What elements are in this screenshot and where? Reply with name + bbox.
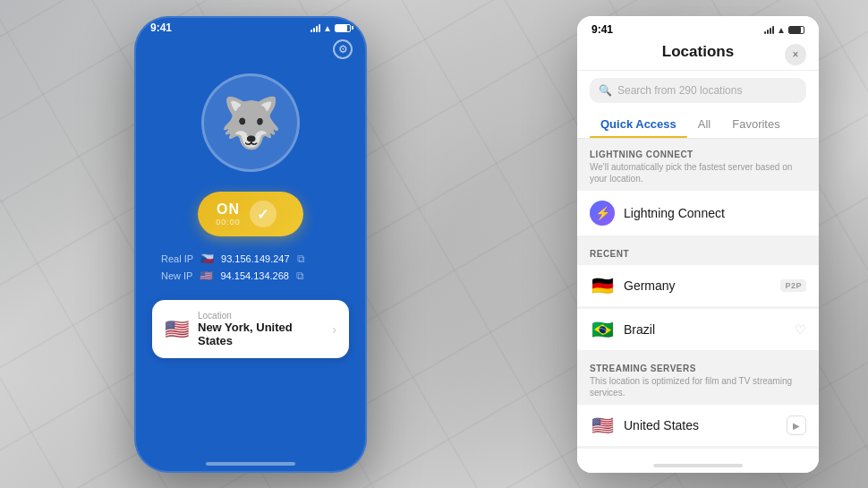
brazil-flag: 🇧🇷 bbox=[590, 319, 615, 340]
real-ip-label: Real IP bbox=[161, 253, 193, 264]
locations-panel: 9:41 ▲ Locations × 🔍 Search from 290 loc… bbox=[577, 16, 819, 473]
real-ip-row: Real IP 🇨🇿 93.156.149.247 ⧉ bbox=[161, 253, 305, 265]
location-name: New York, United States bbox=[198, 321, 323, 347]
search-icon: 🔍 bbox=[599, 84, 612, 97]
germany-flag: 🇩🇪 bbox=[590, 275, 615, 296]
panel-home-bar bbox=[577, 458, 819, 473]
tab-all[interactable]: All bbox=[687, 110, 721, 138]
panel-content[interactable]: LIGHTNING CONNECT We'll automatically pi… bbox=[577, 139, 819, 458]
new-ip-label: New IP bbox=[161, 270, 192, 281]
phone-status-icons: ▲ bbox=[311, 23, 351, 33]
home-bar-indicator bbox=[653, 464, 743, 467]
streaming-section-desc: This location is optimized for film and … bbox=[590, 375, 806, 398]
panel-time: 9:41 bbox=[591, 23, 613, 36]
checkmark-icon: ✓ bbox=[250, 201, 277, 227]
panel-wifi-icon: ▲ bbox=[777, 25, 786, 35]
p2p-badge: P2P bbox=[780, 279, 806, 292]
heart-icon[interactable]: ♡ bbox=[795, 322, 806, 337]
location-card[interactable]: 🇺🇸 Location New York, United States › bbox=[152, 300, 349, 358]
lightning-section-header: LIGHTNING CONNECT We'll automatically pi… bbox=[577, 139, 819, 188]
real-ip-value: 93.156.149.247 bbox=[221, 253, 289, 264]
on-label: ON bbox=[217, 201, 240, 218]
timer-display: 00:00 bbox=[216, 218, 241, 227]
us-streaming-badge: ▶ bbox=[787, 415, 806, 435]
wolf-mascot: 🐺 bbox=[220, 98, 282, 148]
us-name: United States bbox=[624, 418, 778, 432]
search-input-wrap[interactable]: 🔍 Search from 290 locations bbox=[590, 78, 806, 103]
location-flag: 🇺🇸 bbox=[165, 318, 189, 341]
close-button[interactable]: × bbox=[785, 44, 806, 65]
phone-status-bar: 9:41 ▲ bbox=[134, 16, 367, 34]
lightning-connect-name: Lightning Connect bbox=[624, 206, 806, 220]
panel-title: Locations bbox=[662, 43, 734, 61]
phone-header: ⚙ bbox=[134, 34, 367, 64]
lightning-icon: ⚡ bbox=[590, 201, 615, 226]
ip-info: Real IP 🇨🇿 93.156.149.247 ⧉ New IP 🇺🇸 94… bbox=[161, 253, 340, 282]
phone-time: 9:41 bbox=[150, 21, 172, 34]
brazil-item[interactable]: 🇧🇷 Brazil ♡ bbox=[577, 309, 819, 350]
wifi-icon: ▲ bbox=[323, 23, 332, 33]
copy-icon[interactable]: ⧉ bbox=[297, 253, 305, 265]
settings-icon[interactable]: ⚙ bbox=[333, 39, 353, 59]
panel-status-icons: ▲ bbox=[764, 25, 804, 35]
location-text: Location New York, United States bbox=[198, 311, 323, 347]
battery-icon bbox=[335, 24, 351, 32]
signal-icon bbox=[311, 24, 320, 32]
germany-item[interactable]: 🇩🇪 Germany P2P bbox=[577, 265, 819, 306]
chevron-right-icon: › bbox=[332, 322, 336, 337]
lightning-section-desc: We'll automatically pick the fastest ser… bbox=[590, 161, 806, 184]
panel-title-row: Locations × bbox=[577, 39, 819, 71]
germany-name: Germany bbox=[624, 278, 771, 293]
search-bar: 🔍 Search from 290 locations bbox=[577, 71, 819, 110]
new-ip-value: 94.154.134.268 bbox=[220, 270, 288, 281]
panel-battery-icon bbox=[788, 26, 804, 34]
phone-mockup: 9:41 ▲ ⚙ 🐺 ON 00:00 ✓ Real IP 🇨🇿 bbox=[134, 16, 367, 473]
new-ip-row: New IP 🇺🇸 94.154.134.268 ⧉ bbox=[161, 270, 304, 282]
panel-status-bar: 9:41 ▲ bbox=[577, 16, 819, 39]
tab-favorites[interactable]: Favorites bbox=[721, 110, 790, 138]
tab-quick-access[interactable]: Quick Access bbox=[590, 110, 687, 138]
us-item[interactable]: 🇺🇸 United States ▶ bbox=[577, 405, 819, 446]
lightning-connect-item[interactable]: ⚡ Lightning Connect bbox=[577, 191, 819, 235]
mascot-circle: 🐺 bbox=[201, 73, 300, 172]
phone-home-bar bbox=[206, 462, 295, 466]
recent-section-header: RECENT bbox=[577, 238, 819, 262]
streaming-section-header: STREAMING SERVERS This location is optim… bbox=[577, 353, 819, 402]
mascot-area: 🐺 bbox=[201, 73, 300, 172]
brazil-name: Brazil bbox=[624, 322, 786, 337]
streaming-section-title: STREAMING SERVERS bbox=[590, 364, 806, 373]
location-label: Location bbox=[198, 311, 323, 321]
search-placeholder-text: Search from 290 locations bbox=[617, 84, 742, 97]
panel-signal-icon bbox=[764, 26, 774, 34]
tabs-row: Quick Access All Favorites bbox=[577, 110, 819, 139]
on-button[interactable]: ON 00:00 ✓ bbox=[198, 192, 303, 236]
uk-item[interactable]: 🇬🇧 United Kingdom ▶ bbox=[577, 449, 819, 458]
lightning-section-title: LIGHTNING CONNECT bbox=[590, 150, 806, 159]
recent-section-title: RECENT bbox=[590, 249, 806, 259]
us-flag: 🇺🇸 bbox=[590, 415, 615, 436]
copy-icon-2[interactable]: ⧉ bbox=[296, 270, 304, 282]
on-text: ON 00:00 bbox=[216, 201, 241, 227]
